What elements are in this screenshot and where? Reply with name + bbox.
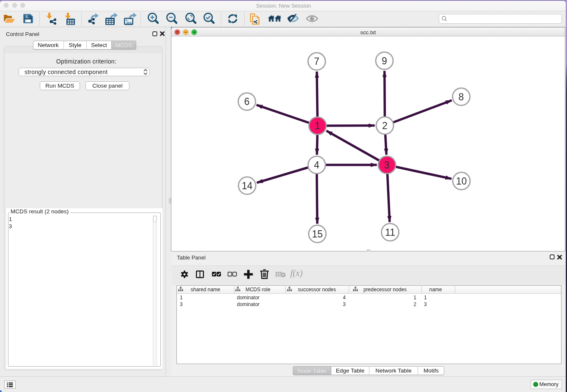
svg-text:10: 10 bbox=[456, 176, 467, 187]
svg-text:14: 14 bbox=[242, 180, 253, 191]
svg-text:6: 6 bbox=[244, 96, 250, 107]
svg-text:3: 3 bbox=[384, 160, 390, 171]
svg-text:1: 1 bbox=[315, 120, 320, 131]
svg-text:15: 15 bbox=[312, 229, 323, 240]
svg-text:11: 11 bbox=[385, 227, 395, 238]
svg-text:4: 4 bbox=[314, 160, 319, 171]
svg-text:7: 7 bbox=[314, 56, 319, 67]
svg-text:8: 8 bbox=[459, 91, 464, 102]
svg-text:9: 9 bbox=[382, 55, 387, 66]
svg-text:2: 2 bbox=[382, 120, 388, 131]
